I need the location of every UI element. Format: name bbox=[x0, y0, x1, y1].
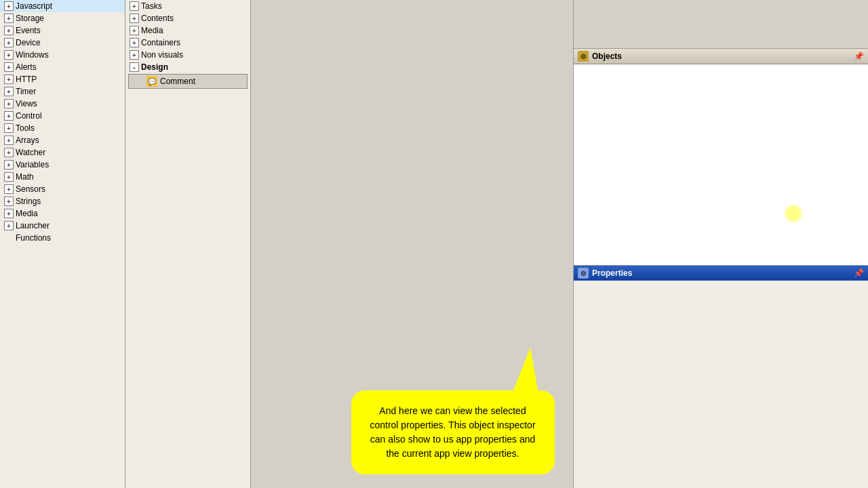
expand-icon[interactable]: + bbox=[4, 160, 14, 169]
sidebar-item-storage[interactable]: +Storage bbox=[0, 12, 125, 24]
objects-icon: ⚙ bbox=[578, 51, 589, 62]
sidebar-item-label: Functions bbox=[16, 233, 51, 243]
sidebar-item-timer[interactable]: +Timer bbox=[0, 85, 125, 98]
objects-content bbox=[574, 64, 868, 265]
objects-section: ⚙ Objects 📌 bbox=[574, 49, 868, 266]
expand-icon[interactable]: + bbox=[130, 38, 139, 47]
properties-header-title: Properties bbox=[592, 268, 632, 278]
speech-bubble-container: And here we can view the selected contro… bbox=[351, 390, 555, 474]
mid-item-contents[interactable]: +Contents bbox=[125, 12, 250, 24]
comment-label: Comment bbox=[160, 77, 195, 86]
sidebar-item-label: Sensors bbox=[16, 184, 45, 194]
sidebar-item-label: Storage bbox=[16, 14, 44, 23]
mid-item-tasks[interactable]: +Tasks bbox=[125, 0, 250, 12]
expand-icon[interactable]: + bbox=[130, 1, 139, 11]
expand-icon[interactable]: + bbox=[4, 172, 14, 182]
objects-header: ⚙ Objects 📌 bbox=[574, 49, 868, 64]
sidebar-item-math[interactable]: +Math bbox=[0, 171, 125, 183]
sidebar-item-label: Watcher bbox=[16, 148, 45, 157]
sidebar-item-variables[interactable]: +Variables bbox=[0, 159, 125, 171]
sidebar-item-control[interactable]: +Control bbox=[0, 110, 125, 122]
tooltip-text: And here we can view the selected contro… bbox=[370, 405, 535, 459]
top-empty-area bbox=[574, 0, 868, 49]
expand-icon[interactable]: + bbox=[4, 221, 14, 230]
left-sidebar: +Javascript+Storage+Events+Device+Window… bbox=[0, 0, 125, 488]
expand-icon[interactable]: + bbox=[4, 62, 14, 72]
sidebar-item-label: Timer bbox=[16, 87, 36, 96]
sidebar-item-alerts[interactable]: +Alerts bbox=[0, 61, 125, 73]
sidebar-item-label: Javascript bbox=[16, 1, 52, 11]
sidebar-item-events[interactable]: +Events bbox=[0, 24, 125, 37]
mid-item-containers[interactable]: +Containers bbox=[125, 37, 250, 49]
expand-icon[interactable]: + bbox=[4, 26, 14, 35]
sidebar-item-strings[interactable]: +Strings bbox=[0, 195, 125, 207]
sidebar-item-watcher[interactable]: +Watcher bbox=[0, 146, 125, 159]
sidebar-item-label: Variables bbox=[16, 160, 49, 169]
expand-icon[interactable]: + bbox=[4, 38, 14, 47]
sidebar-item-label: Media bbox=[16, 209, 38, 218]
sidebar-item-javascript[interactable]: +Javascript bbox=[0, 0, 125, 12]
expand-icon[interactable]: - bbox=[130, 62, 139, 72]
mid-item-label: Media bbox=[141, 26, 163, 35]
right-panel: ⚙ Objects 📌 ⚙ Properties 📌 bbox=[573, 0, 868, 488]
sidebar-item-device[interactable]: +Device bbox=[0, 37, 125, 49]
expand-icon[interactable]: + bbox=[4, 136, 14, 145]
sidebar-item-windows[interactable]: +Windows bbox=[0, 49, 125, 61]
sidebar-item-label: Alerts bbox=[16, 62, 37, 72]
sidebar-item-label: Device bbox=[16, 38, 41, 47]
sidebar-item-functions[interactable]: Functions bbox=[0, 232, 125, 244]
mid-item-label: Design bbox=[141, 62, 168, 72]
expand-icon[interactable]: + bbox=[4, 75, 14, 84]
mid-item-label: Containers bbox=[141, 38, 180, 47]
expand-icon[interactable]: + bbox=[4, 184, 14, 194]
main-canvas: And here we can view the selected contro… bbox=[251, 0, 573, 488]
sidebar-item-label: Arrays bbox=[16, 136, 39, 145]
mid-item-design[interactable]: -Design bbox=[125, 61, 250, 73]
expand-icon[interactable]: + bbox=[4, 111, 14, 121]
sidebar-item-tools[interactable]: +Tools bbox=[0, 122, 125, 134]
expand-icon[interactable]: + bbox=[130, 26, 139, 35]
expand-icon[interactable]: + bbox=[4, 14, 14, 23]
mid-item-non-visuals[interactable]: +Non visuals bbox=[125, 49, 250, 61]
expand-icon[interactable]: + bbox=[4, 148, 14, 157]
expand-icon[interactable]: + bbox=[130, 14, 139, 23]
middle-panel: +Tasks+Contents+Media+Containers+Non vis… bbox=[125, 0, 251, 488]
sidebar-item-http[interactable]: +HTTP bbox=[0, 73, 125, 85]
sidebar-item-label: Control bbox=[16, 111, 42, 121]
sidebar-item-views[interactable]: +Views bbox=[0, 98, 125, 110]
expand-icon[interactable]: + bbox=[4, 99, 14, 108]
comment-icon: 💬 bbox=[146, 76, 157, 87]
mid-item-label: Tasks bbox=[141, 1, 162, 11]
objects-header-title: Objects bbox=[592, 52, 622, 61]
properties-section: ⚙ Properties 📌 bbox=[574, 266, 868, 488]
sidebar-item-sensors[interactable]: +Sensors bbox=[0, 183, 125, 195]
sidebar-item-media[interactable]: +Media bbox=[0, 207, 125, 220]
expand-icon[interactable]: + bbox=[4, 1, 14, 11]
mid-item-media[interactable]: +Media bbox=[125, 24, 250, 37]
expand-icon[interactable]: + bbox=[4, 50, 14, 60]
sidebar-item-label: Windows bbox=[16, 50, 49, 60]
expand-icon[interactable]: + bbox=[4, 209, 14, 218]
expand-icon[interactable]: + bbox=[130, 50, 139, 60]
mid-item-label: Contents bbox=[141, 14, 174, 23]
speech-bubble: And here we can view the selected contro… bbox=[351, 390, 555, 474]
sidebar-item-arrays[interactable]: +Arrays bbox=[0, 134, 125, 146]
sidebar-item-label: Launcher bbox=[16, 221, 50, 230]
sidebar-item-launcher[interactable]: +Launcher bbox=[0, 220, 125, 232]
sidebar-item-label: Math bbox=[16, 172, 34, 182]
expand-icon[interactable]: + bbox=[4, 87, 14, 96]
sidebar-item-label: Views bbox=[16, 99, 37, 108]
cursor-glow bbox=[783, 203, 804, 224]
properties-content bbox=[574, 281, 868, 488]
expand-icon[interactable]: + bbox=[4, 197, 14, 206]
properties-header[interactable]: ⚙ Properties 📌 bbox=[574, 266, 868, 281]
properties-icon: ⚙ bbox=[578, 268, 589, 279]
mid-item-label: Non visuals bbox=[141, 50, 183, 60]
comment-item[interactable]: 💬Comment bbox=[128, 74, 248, 89]
sidebar-item-label: Strings bbox=[16, 197, 41, 206]
sidebar-item-label: Events bbox=[16, 26, 41, 35]
objects-pin-icon[interactable]: 📌 bbox=[854, 52, 864, 61]
sidebar-item-label: Tools bbox=[16, 123, 35, 133]
properties-pin-icon[interactable]: 📌 bbox=[854, 268, 864, 278]
expand-icon[interactable]: + bbox=[4, 123, 14, 133]
